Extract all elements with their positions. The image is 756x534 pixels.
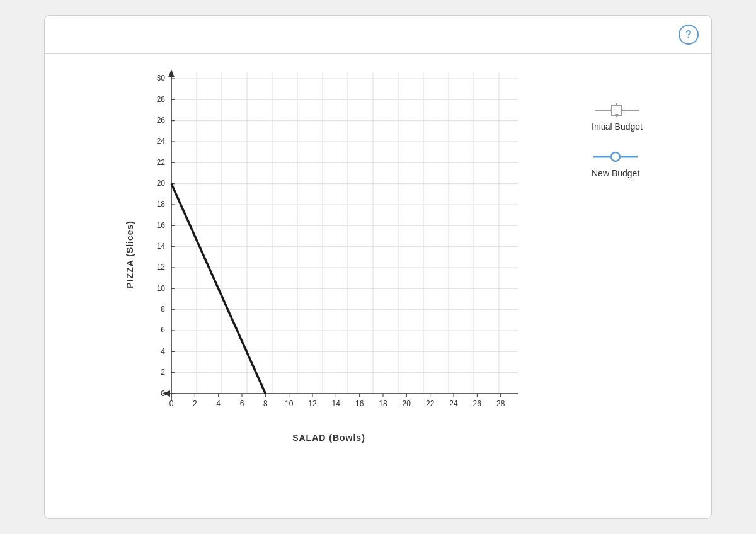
svg-text:20: 20 (157, 179, 166, 188)
svg-marker-96 (168, 69, 175, 77)
help-button[interactable]: ? (679, 25, 699, 45)
initial-budget-icon (595, 104, 639, 116)
top-bar: ? (45, 16, 711, 54)
svg-text:18: 18 (379, 399, 387, 408)
legend-section: Initial Budget New Budget (579, 66, 692, 499)
svg-text:16: 16 (355, 399, 364, 408)
initial-budget-label: Initial Budget (592, 122, 643, 132)
initial-budget-icon-svg (595, 103, 639, 117)
svg-text:6: 6 (240, 399, 244, 408)
svg-text:28: 28 (157, 95, 166, 104)
svg-rect-101 (612, 105, 622, 115)
svg-text:18: 18 (157, 200, 166, 208)
svg-marker-108 (609, 108, 612, 112)
svg-text:22: 22 (426, 399, 435, 408)
y-axis-label: PIZZA (Slices) (125, 220, 135, 288)
svg-text:14: 14 (332, 399, 341, 408)
svg-text:24: 24 (157, 137, 166, 145)
svg-text:2: 2 (161, 368, 165, 377)
main-container: ? PIZZA (Slices) (44, 15, 712, 519)
chart-wrapper: PIZZA (Slices) (125, 66, 518, 443)
svg-text:24: 24 (449, 399, 458, 408)
new-budget-icon-svg (593, 150, 638, 164)
new-budget-label: New Budget (592, 168, 639, 178)
svg-text:22: 22 (157, 158, 166, 167)
legend-item-initial-budget: Initial Budget (592, 104, 643, 132)
svg-text:14: 14 (157, 242, 166, 251)
svg-text:0: 0 (169, 399, 174, 408)
svg-text:4: 4 (216, 399, 220, 408)
svg-text:10: 10 (157, 284, 166, 293)
svg-text:8: 8 (161, 305, 165, 314)
chart-section: PIZZA (Slices) (64, 66, 579, 499)
chart-svg: 0 2 4 6 8 10 12 (140, 66, 518, 425)
svg-text:2: 2 (193, 399, 197, 408)
legend-item-new-budget: New Budget (592, 151, 639, 178)
svg-text:20: 20 (403, 399, 411, 408)
help-icon: ? (685, 29, 692, 40)
content-area: PIZZA (Slices) (45, 54, 711, 518)
svg-text:26: 26 (157, 116, 166, 125)
svg-text:10: 10 (285, 399, 294, 408)
chart-svg-container: 0 2 4 6 8 10 12 (140, 66, 518, 428)
x-axis-label: SALAD (Bowls) (140, 433, 518, 443)
svg-marker-109 (621, 108, 624, 112)
chart-inner: 0 2 4 6 8 10 12 (140, 66, 518, 443)
svg-text:8: 8 (263, 399, 268, 408)
svg-text:12: 12 (308, 399, 317, 408)
svg-text:6: 6 (161, 326, 165, 334)
svg-text:28: 28 (496, 399, 505, 408)
svg-text:30: 30 (157, 74, 166, 82)
svg-text:12: 12 (157, 263, 166, 271)
svg-text:4: 4 (161, 347, 165, 356)
new-budget-icon (593, 151, 638, 163)
svg-text:16: 16 (157, 221, 166, 230)
svg-point-111 (611, 152, 620, 161)
svg-text:26: 26 (473, 399, 482, 408)
